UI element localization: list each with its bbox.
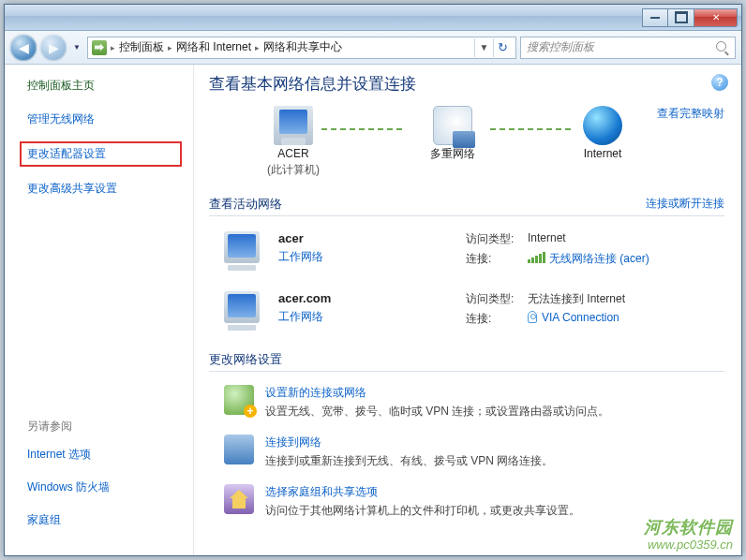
access-type-value: Internet bbox=[528, 231, 566, 247]
minimize-button[interactable] bbox=[642, 8, 668, 27]
map-node-multi[interactable]: 多重网络 bbox=[406, 106, 500, 162]
sidebar-home[interactable]: 控制面板主页 bbox=[27, 78, 193, 94]
sidebar-advanced-sharing[interactable]: 更改高级共享设置 bbox=[27, 178, 193, 199]
search-input[interactable]: 搜索控制面板 bbox=[520, 37, 736, 59]
help-icon[interactable]: ? bbox=[711, 74, 728, 91]
connection-label: 连接: bbox=[466, 311, 520, 327]
setting-desc: 设置无线、宽带、拨号、临时或 VPN 连接；或设置路由器或访问点。 bbox=[265, 404, 724, 420]
setting-title: 连接到网络 bbox=[265, 435, 724, 450]
refresh-icon[interactable]: ↻ bbox=[493, 38, 512, 57]
map-connection-line bbox=[321, 128, 406, 130]
section-heading-text: 查看活动网络 bbox=[209, 197, 282, 211]
sidebar-seealso-item[interactable]: 家庭组 bbox=[27, 509, 193, 531]
control-panel-icon bbox=[92, 40, 107, 55]
sidebar-seealso-heading: 另请参阅 bbox=[27, 419, 193, 435]
setting-title: 选择家庭组和共享选项 bbox=[265, 484, 724, 500]
breadcrumb[interactable]: 网络和共享中心 bbox=[263, 39, 342, 55]
change-settings-heading: 更改网络设置 bbox=[209, 351, 724, 372]
breadcrumb-sep-icon: ▸ bbox=[255, 43, 260, 52]
connect-network-icon bbox=[224, 435, 254, 464]
watermark-title: 河东软件园 bbox=[644, 518, 733, 538]
breadcrumb-sep-icon: ▸ bbox=[168, 43, 172, 52]
watermark-url: www.pc0359.cn bbox=[644, 538, 733, 553]
globe-icon bbox=[583, 106, 622, 145]
history-drop-icon[interactable]: ▼ bbox=[70, 38, 83, 57]
network-icon bbox=[224, 231, 265, 273]
setting-connect-network[interactable]: 连接到网络 连接到或重新连接到无线、有线、拨号或 VPN 网络连接。 bbox=[209, 431, 724, 480]
active-networks-heading: 查看活动网络 连接或断开连接 bbox=[209, 196, 724, 216]
setting-desc: 连接到或重新连接到无线、有线、拨号或 VPN 网络连接。 bbox=[265, 453, 724, 469]
connection-label: 连接: bbox=[466, 251, 520, 267]
close-button[interactable]: ✕ bbox=[694, 8, 738, 27]
access-type-value: 无法连接到 Internet bbox=[528, 291, 625, 307]
new-connection-icon bbox=[224, 385, 254, 415]
network-name: acer bbox=[278, 231, 466, 245]
connect-disconnect-link[interactable]: 连接或断开连接 bbox=[646, 196, 724, 212]
homegroup-icon bbox=[224, 484, 254, 514]
section-heading-text: 更改网络设置 bbox=[209, 352, 282, 366]
sidebar-wireless[interactable]: 管理无线网络 bbox=[27, 109, 193, 130]
watermark: 河东软件园 www.pc0359.cn bbox=[644, 518, 733, 553]
sidebar: 控制面板主页 管理无线网络 更改适配器设置 更改高级共享设置 另请参阅 Inte… bbox=[5, 65, 194, 555]
map-label: Internet bbox=[556, 147, 649, 162]
wifi-signal-icon bbox=[528, 252, 545, 263]
network-block: acer.com 工作网络 访问类型:无法连接到 Internet 连接:VIA… bbox=[209, 286, 724, 346]
setting-title: 设置新的连接或网络 bbox=[265, 385, 724, 401]
network-type-link[interactable]: 工作网络 bbox=[278, 309, 466, 325]
back-button[interactable]: ◀ bbox=[10, 35, 37, 61]
search-icon bbox=[716, 41, 729, 54]
map-label: 多重网络 bbox=[406, 147, 500, 162]
address-drop-icon[interactable]: ▼ bbox=[474, 38, 493, 57]
network-map: 查看完整映射 ACER (此计算机) 多重网络 Internet bbox=[209, 106, 724, 190]
map-node-this-pc[interactable]: ACER (此计算机) bbox=[246, 106, 340, 178]
main-pane: ? 查看基本网络信息并设置连接 查看完整映射 ACER (此计算机) 多重网络 … bbox=[194, 65, 741, 555]
setting-desc: 访问位于其他网络计算机上的文件和打印机，或更改共享设置。 bbox=[265, 503, 724, 519]
network-type-link[interactable]: 工作网络 bbox=[278, 249, 466, 265]
network-block: acer 工作网络 访问类型:Internet 连接:无线网络连接 (acer) bbox=[209, 226, 724, 286]
titlebar: ✕ bbox=[5, 5, 741, 31]
sidebar-adapter-settings[interactable]: 更改适配器设置 bbox=[20, 141, 182, 167]
maximize-button[interactable] bbox=[668, 8, 694, 27]
full-map-link[interactable]: 查看完整映射 bbox=[657, 106, 724, 122]
network-icon bbox=[224, 291, 265, 332]
navbar: ◀ ▶ ▼ ▸ 控制面板 ▸ 网络和 Internet ▸ 网络和共享中心 ▼ … bbox=[5, 31, 741, 65]
window: ✕ ◀ ▶ ▼ ▸ 控制面板 ▸ 网络和 Internet ▸ 网络和共享中心 … bbox=[4, 4, 742, 556]
breadcrumb-sep-icon: ▸ bbox=[111, 43, 115, 52]
access-type-label: 访问类型: bbox=[466, 231, 520, 247]
via-adapter-icon bbox=[528, 311, 537, 323]
map-label: ACER bbox=[246, 147, 340, 162]
sidebar-seealso-item[interactable]: Windows 防火墙 bbox=[27, 477, 193, 498]
multi-network-icon bbox=[433, 106, 472, 145]
page-title: 查看基本网络信息并设置连接 bbox=[209, 74, 724, 95]
setting-new-connection[interactable]: 设置新的连接或网络 设置无线、宽带、拨号、临时或 VPN 连接；或设置路由器或访… bbox=[209, 381, 724, 431]
breadcrumb[interactable]: 网络和 Internet bbox=[176, 39, 251, 55]
sidebar-seealso-item[interactable]: Internet 选项 bbox=[27, 444, 193, 465]
computer-icon bbox=[274, 106, 313, 145]
forward-button[interactable]: ▶ bbox=[40, 35, 67, 61]
connection-link[interactable]: 无线网络连接 (acer) bbox=[528, 251, 649, 267]
map-node-internet[interactable]: Internet bbox=[556, 106, 649, 162]
network-name: acer.com bbox=[278, 291, 466, 305]
breadcrumb[interactable]: 控制面板 bbox=[119, 39, 164, 55]
address-bar[interactable]: ▸ 控制面板 ▸ 网络和 Internet ▸ 网络和共享中心 ▼ ↻ bbox=[87, 37, 516, 59]
connection-link[interactable]: VIA Connection bbox=[528, 311, 619, 327]
body: 控制面板主页 管理无线网络 更改适配器设置 更改高级共享设置 另请参阅 Inte… bbox=[5, 65, 741, 555]
access-type-label: 访问类型: bbox=[466, 291, 520, 307]
search-placeholder: 搜索控制面板 bbox=[527, 39, 594, 55]
map-sublabel: (此计算机) bbox=[246, 162, 340, 178]
